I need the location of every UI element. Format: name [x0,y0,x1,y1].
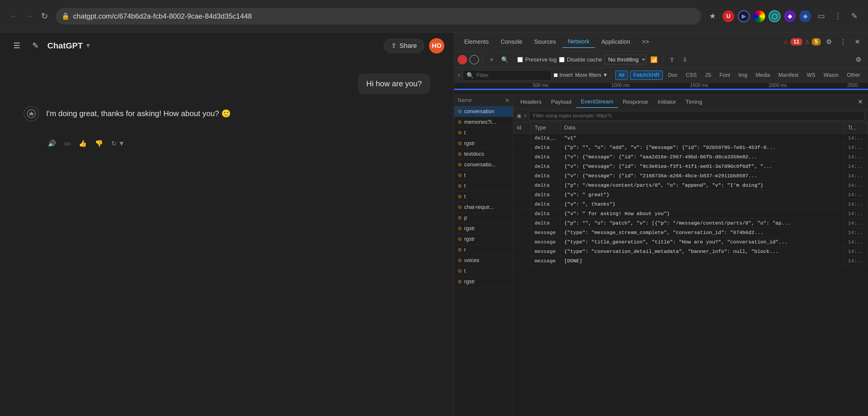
tab-network[interactable]: Network [562,36,595,48]
event-row-4[interactable]: delta {"v": {"message": {"id": "2168736a… [513,171,868,181]
filter-text-input[interactable] [476,72,548,79]
network-item-voices[interactable]: ⚙ voices [454,255,513,266]
filter-type-ws[interactable]: WS [804,71,818,79]
close-panel-button[interactable]: ✕ [505,97,509,104]
network-item-rgstr-2[interactable]: ⚙ rgstr [454,223,513,234]
thumbs-down-button[interactable]: 👎 [93,138,105,149]
devtools-settings-button[interactable]: ⚙ [823,36,835,48]
event-filter-input[interactable] [533,113,861,119]
devtools-more-button[interactable]: ⋮ [837,36,849,48]
network-item-t-2[interactable]: ⚙ t [454,170,513,181]
event-row-7[interactable]: delta {"v": ", thanks"} 14:.. [513,200,868,209]
devtools-close-button[interactable]: ✕ [851,36,863,48]
network-item-t-4[interactable]: ⚙ t [454,192,513,202]
filter-type-other[interactable]: Other [844,71,863,79]
extension-colorful[interactable] [753,10,765,22]
tab-application[interactable]: Application [596,36,636,47]
event-filter-input-container[interactable] [529,111,864,120]
filter-type-manifest[interactable]: Manifest [775,71,801,79]
detail-tab-eventstream[interactable]: EventStream [576,96,618,108]
event-row-6[interactable]: delta {"v": " great"} 14:.. [513,190,868,200]
event-row-2[interactable]: delta {"v": {"message": {"id": "aaa2d16e… [513,152,868,162]
invert-checkbox[interactable] [554,73,558,77]
filter-button[interactable]: ▿ [486,55,497,65]
copy-button[interactable]: ▭ [62,138,72,149]
detail-tab-initiator[interactable]: Initiator [653,96,681,108]
throttle-select[interactable]: No throttling [604,55,646,64]
filter-type-doc[interactable]: Doc [665,71,680,79]
import-button[interactable]: ⇧ [666,55,677,65]
extension-ublock[interactable]: U [722,10,734,22]
detail-tab-payload[interactable]: Payload [547,96,576,108]
extension-img[interactable]: ▶ [738,10,750,22]
extension-purple[interactable]: ◆ [784,10,796,22]
event-row-13[interactable]: message [DONE] 14:.. [513,256,868,266]
user-avatar[interactable]: HO [429,38,444,54]
filter-type-all[interactable]: All [615,71,628,80]
event-row-11[interactable]: message {"type": "title_generation", "ti… [513,238,868,247]
event-row-10[interactable]: message {"type": "message_stream_complet… [513,228,868,238]
forward-button[interactable]: → [23,10,35,23]
tab-elements[interactable]: Elements [459,36,494,47]
filter-type-fetch-xhr[interactable]: Fetch/XHR [630,71,663,80]
event-row-9[interactable]: delta {"p": "", "o": "patch", "v": [{"p"… [513,219,868,228]
export-button[interactable]: ⇩ [680,55,690,65]
wifi-icon[interactable]: 📶 [649,55,659,65]
filter-input-bar[interactable]: 🔍 [463,70,552,81]
event-row-0[interactable]: delta_enc... "v1" 14:.. [513,134,868,143]
network-item-rgstr-1[interactable]: ⚙ rgstr [454,138,513,149]
detail-tab-timing[interactable]: Timing [681,96,707,108]
disable-cache-checkbox[interactable] [559,57,564,62]
event-row-8[interactable]: delta {"v": " for asking! How about you"… [513,209,868,219]
share-button[interactable]: ⇧ Share [384,39,424,53]
extension-blue[interactable]: ◆ [799,10,811,22]
address-bar[interactable]: 🔒 chatgpt.com/c/674b6d2a-fcb4-8002-9cae-… [56,8,701,25]
network-item-p[interactable]: ⚙ p [454,213,513,223]
event-row-12[interactable]: message {"type": "conversation_detail_me… [513,247,868,256]
filter-type-css[interactable]: CSS [683,71,700,79]
network-settings-button[interactable]: ⚙ [852,54,864,66]
detail-close-button[interactable]: ✕ [855,97,866,107]
profile-button[interactable]: ✎ [848,10,861,23]
new-chat-button[interactable]: ✎ [28,39,42,53]
network-item-conversatio[interactable]: ⚙ conversatio... [454,160,513,170]
clear-button[interactable] [469,55,479,64]
filter-type-font[interactable]: Font [716,71,733,79]
network-item-rgstr-4[interactable]: ⚙ rgstr [454,277,513,287]
preserve-log-label[interactable]: Preserve log [518,57,557,63]
tab-more[interactable]: >> [637,36,654,47]
network-item-t-5[interactable]: ⚙ t [454,266,513,277]
record-button[interactable] [458,55,467,64]
disable-cache-label[interactable]: Disable cache [559,57,602,63]
menu-button[interactable]: ⋮ [831,10,844,23]
network-item-conversation[interactable]: ⚙ conversation [454,106,513,117]
chat-title-chevron[interactable]: ▼ [85,42,91,49]
speak-button[interactable]: 🔊 [46,138,58,149]
tab-console[interactable]: Console [495,36,527,47]
bookmark-icon[interactable]: ★ [706,10,719,23]
thumbs-up-button[interactable]: 👍 [77,138,89,149]
extensions-button[interactable]: ▭ [815,10,828,23]
network-item-r[interactable]: ⚙ r [454,245,513,255]
network-item-chat-requir[interactable]: ⚙ chat-requir... [454,202,513,213]
reload-button[interactable]: ↻ [38,10,51,23]
event-row-3[interactable]: delta {"v": {"message": {"id": "9c3e01ea… [513,162,868,171]
detail-tab-response[interactable]: Response [618,96,653,108]
filter-type-js[interactable]: JS [702,71,714,79]
event-row-5[interactable]: delta {"p": "/message/content/parts/0", … [513,181,868,190]
event-row-1[interactable]: delta {"p": "", "o": "add", "v": {"messa… [513,143,868,152]
network-item-memories[interactable]: ⚙ memories?i... [454,117,513,128]
network-item-textdocs[interactable]: ⚙ textdocs [454,149,513,160]
tab-sources[interactable]: Sources [529,36,561,47]
preserve-log-checkbox[interactable] [518,57,523,62]
filter-type-media[interactable]: Media [753,71,773,79]
more-filters-button[interactable]: More filters ▼ [575,72,608,78]
network-item-t-3[interactable]: ⚙ t [454,181,513,192]
extension-teal[interactable]: ◯ [769,10,780,22]
search-button[interactable]: 🔍 [499,55,510,65]
detail-tab-headers[interactable]: Headers [516,96,547,108]
regenerate-button[interactable]: ↻ ▼ [110,138,127,149]
invert-label[interactable]: Invert [554,72,573,78]
sidebar-toggle-button[interactable]: ☰ [9,39,24,53]
back-button[interactable]: ← [7,10,20,23]
